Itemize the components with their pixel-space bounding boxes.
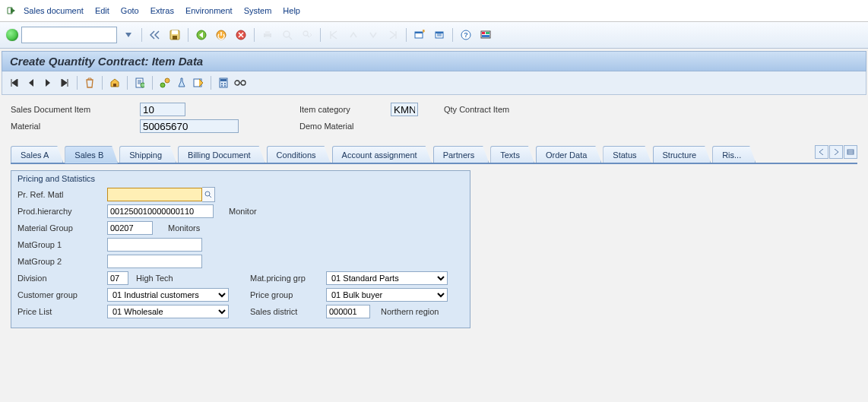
matgroup2-label: MatGroup 2: [17, 257, 107, 266]
first-item-icon[interactable]: [8, 77, 21, 89]
prod-hierarchy-field[interactable]: [107, 204, 214, 218]
menu-edit[interactable]: Edit: [90, 5, 114, 17]
svg-point-9: [284, 31, 290, 37]
prod-hierarchy-label: Prod.hierarchy: [17, 207, 107, 216]
sales-district-field[interactable]: [326, 305, 370, 318]
svg-rect-18: [482, 32, 485, 34]
tab-shipping[interactable]: Shipping: [119, 146, 176, 163]
glasses-icon[interactable]: [234, 77, 246, 89]
tab-sales-b[interactable]: Sales B: [65, 146, 118, 163]
tab-scroll-left-icon[interactable]: [815, 145, 828, 159]
exit-icon[interactable]: [213, 27, 230, 43]
configure-icon[interactable]: [109, 77, 121, 89]
tab-billing[interactable]: Billing Document: [178, 146, 265, 163]
svg-point-30: [224, 83, 226, 84]
sales-item-label: Sales Document Item: [11, 105, 140, 114]
separator: [452, 28, 453, 42]
dropdown-history-icon[interactable]: [120, 27, 137, 43]
next-item-icon[interactable]: [42, 77, 54, 89]
svg-rect-7: [265, 31, 270, 34]
menu-environment[interactable]: Environment: [181, 5, 237, 17]
page-title: Create Quantity Contract: Item Data: [2, 51, 866, 71]
cancel-icon[interactable]: [233, 27, 249, 43]
matgroup2-field[interactable]: [107, 255, 202, 268]
material-group-field[interactable]: [107, 221, 153, 235]
status-ok-icon[interactable]: [6, 29, 18, 41]
pr-ref-matl-field[interactable]: [107, 188, 202, 201]
pr-ref-matl-search-help-icon[interactable]: [202, 187, 215, 202]
svg-point-23: [141, 83, 144, 87]
display-doc-icon[interactable]: [134, 77, 146, 89]
tab-conditions[interactable]: Conditions: [267, 146, 331, 163]
standard-toolbar: ?: [0, 22, 868, 49]
division-field[interactable]: [107, 271, 128, 285]
menu-system[interactable]: System: [239, 5, 277, 17]
customize-layout-icon[interactable]: [477, 27, 494, 43]
svg-point-25: [165, 78, 169, 83]
separator: [77, 76, 78, 90]
generate-shortcut-icon[interactable]: [431, 27, 448, 43]
price-list-select[interactable]: 01 Wholesale: [107, 305, 229, 318]
material-group-label: Material Group: [17, 223, 107, 233]
flask-icon[interactable]: [176, 77, 188, 89]
prev-item-icon[interactable]: [25, 77, 37, 89]
tab-structure[interactable]: Structure: [653, 146, 711, 163]
material-field[interactable]: [140, 119, 239, 133]
svg-rect-2: [173, 36, 177, 40]
delete-item-icon[interactable]: [84, 77, 96, 89]
calculate-icon[interactable]: [217, 77, 230, 89]
tab-status[interactable]: Status: [603, 146, 651, 163]
item-category-label: Item category: [299, 105, 391, 114]
svg-rect-1: [172, 30, 178, 34]
tab-partners[interactable]: Partners: [433, 146, 489, 163]
sales-item-field[interactable]: [140, 103, 185, 116]
last-item-icon[interactable]: [59, 77, 71, 89]
price-group-label: Price group: [250, 290, 326, 299]
page-down-icon: [365, 27, 382, 43]
matgroup1-field[interactable]: [107, 238, 202, 252]
tab-overflow[interactable]: Ris...: [712, 146, 756, 163]
sales-district-text: Northern region: [381, 307, 439, 316]
tab-sales-a[interactable]: Sales A: [11, 146, 63, 163]
svg-text:?: ?: [464, 31, 468, 39]
print-icon: [259, 27, 276, 43]
customer-group-label: Customer group: [17, 290, 107, 299]
item-category-field[interactable]: [391, 103, 418, 116]
tab-texts[interactable]: Texts: [490, 146, 534, 163]
customer-group-select[interactable]: 01 Industrial customers: [107, 288, 229, 302]
page-up-icon: [345, 27, 362, 43]
menu-context-icon[interactable]: [6, 5, 17, 16]
tab-order-data[interactable]: Order Data: [536, 146, 601, 163]
svg-point-31: [221, 85, 223, 87]
tab-account-assignment[interactable]: Account assignment: [332, 146, 432, 163]
new-session-icon[interactable]: [411, 27, 428, 43]
command-field[interactable]: [21, 27, 117, 43]
menu-help[interactable]: Help: [278, 5, 305, 17]
price-group-select[interactable]: 01 Bulk buyer: [326, 288, 448, 302]
menu-goto[interactable]: Goto: [116, 5, 144, 17]
separator: [102, 76, 103, 90]
tab-scroll-right-icon[interactable]: [829, 145, 843, 159]
division-label: Division: [17, 274, 107, 283]
separator: [188, 28, 188, 42]
save-icon[interactable]: [166, 27, 183, 43]
back-icon[interactable]: [193, 27, 210, 43]
svg-rect-14: [436, 32, 443, 33]
prod-hierarchy-text: Monitor: [229, 207, 257, 216]
svg-point-33: [235, 81, 239, 85]
change-display-icon[interactable]: [192, 77, 204, 89]
material-label: Material: [11, 122, 140, 131]
svg-point-34: [241, 81, 246, 85]
material-text: Demo Material: [299, 122, 391, 131]
help-icon[interactable]: ?: [458, 27, 474, 43]
object-services-icon[interactable]: [159, 77, 171, 89]
mat-pricing-grp-select[interactable]: 01 Standard Parts: [326, 271, 448, 285]
back-double-icon[interactable]: [147, 27, 163, 43]
matgroup1-label: MatGroup 1: [17, 240, 107, 249]
menu-sales-document[interactable]: Sales document: [19, 5, 88, 17]
menu-extras[interactable]: Extras: [146, 5, 179, 17]
svg-point-32: [224, 85, 226, 87]
tab-list-icon[interactable]: [844, 145, 857, 159]
first-page-icon: [325, 27, 342, 43]
group-title: Pricing and Statistics: [17, 174, 464, 183]
